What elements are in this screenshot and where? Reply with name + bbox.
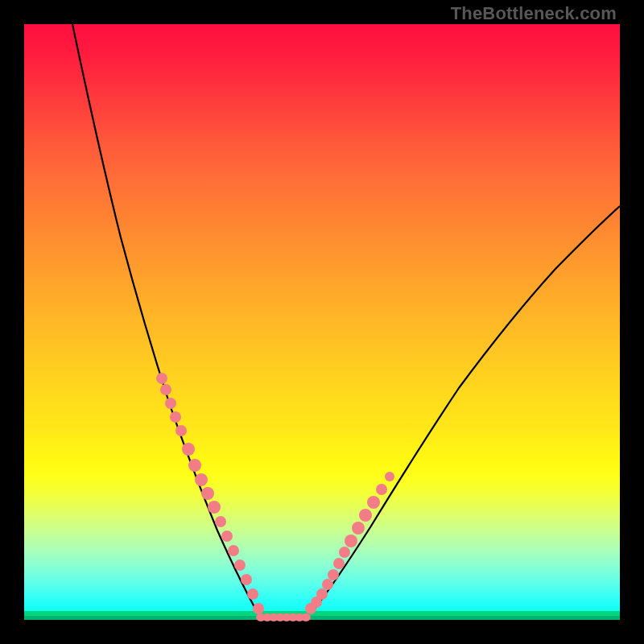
svg-point-37 bbox=[385, 472, 394, 481]
dots-right-group bbox=[305, 472, 394, 614]
svg-point-10 bbox=[215, 516, 226, 527]
svg-point-15 bbox=[247, 588, 258, 600]
svg-point-6 bbox=[188, 459, 201, 472]
floor-band-deep bbox=[24, 616, 620, 620]
svg-point-28 bbox=[322, 579, 333, 590]
svg-point-7 bbox=[195, 473, 208, 486]
svg-point-11 bbox=[221, 530, 233, 542]
svg-point-34 bbox=[359, 509, 372, 522]
svg-point-0 bbox=[156, 373, 167, 384]
svg-point-31 bbox=[339, 547, 350, 558]
svg-point-32 bbox=[345, 535, 357, 547]
watermark-text: TheBottleneck.com bbox=[451, 3, 617, 24]
chart-svg bbox=[24, 24, 620, 620]
curve-right-branch bbox=[306, 206, 620, 620]
svg-point-24 bbox=[301, 613, 311, 621]
svg-point-14 bbox=[241, 574, 252, 585]
svg-point-35 bbox=[367, 496, 380, 509]
curve-left-branch bbox=[72, 24, 262, 620]
svg-point-36 bbox=[376, 484, 387, 495]
chart-frame bbox=[24, 24, 620, 620]
svg-point-3 bbox=[170, 411, 181, 423]
svg-point-30 bbox=[333, 558, 345, 569]
svg-point-29 bbox=[328, 569, 339, 580]
svg-point-4 bbox=[175, 425, 187, 436]
dots-floor-group bbox=[256, 613, 311, 621]
svg-point-13 bbox=[234, 559, 246, 571]
svg-point-16 bbox=[253, 603, 264, 614]
svg-point-33 bbox=[352, 522, 365, 535]
svg-point-1 bbox=[160, 384, 171, 395]
dots-left-group bbox=[156, 373, 264, 614]
svg-point-8 bbox=[201, 487, 214, 500]
svg-point-27 bbox=[316, 588, 328, 600]
svg-point-5 bbox=[182, 443, 195, 456]
svg-point-9 bbox=[208, 501, 221, 514]
svg-point-2 bbox=[165, 398, 176, 409]
svg-point-12 bbox=[228, 545, 239, 556]
